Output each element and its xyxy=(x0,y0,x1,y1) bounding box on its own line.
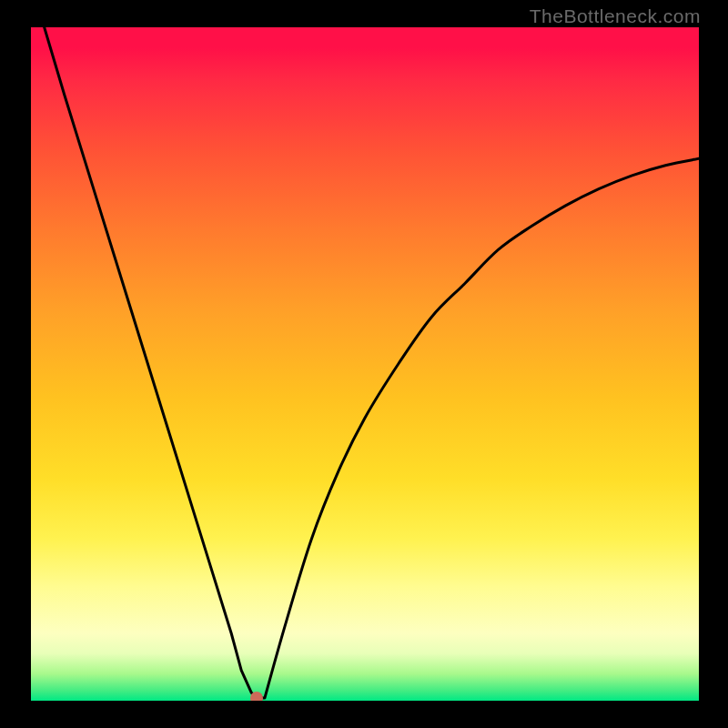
watermark-label: TheBottleneck.com xyxy=(530,5,701,27)
curve-path xyxy=(45,27,699,698)
minimum-marker-icon xyxy=(250,692,263,701)
plot-area xyxy=(31,27,699,701)
bottleneck-curve xyxy=(31,27,699,701)
chart-frame: TheBottleneck.com xyxy=(0,0,728,728)
